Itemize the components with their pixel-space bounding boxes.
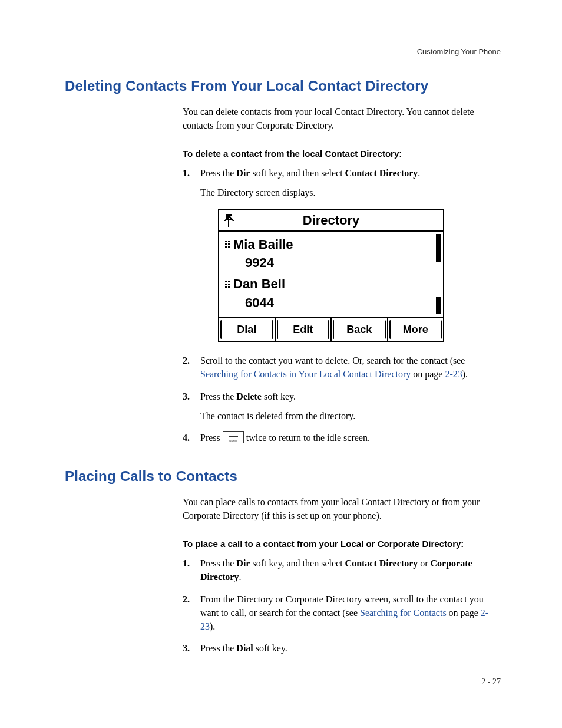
intro-paragraph: You can place calls to contacts from you… <box>183 495 501 522</box>
body-column-2: You can place calls to contacts from you… <box>183 495 501 655</box>
rule <box>65 61 501 61</box>
scroll-indicator <box>436 297 441 314</box>
phone-screen: Directory Mia Baille 9924 <box>218 209 444 342</box>
step-text: soft key, and then select <box>250 168 345 178</box>
procedure-heading: To delete a contact from the local Conta… <box>183 147 501 160</box>
step-3: Press the Delete soft key. The contact i… <box>183 390 501 423</box>
page-ref: 2-23 <box>445 369 462 379</box>
softkey-edit: Edit <box>276 318 332 341</box>
page-number: 2 - 27 <box>481 677 501 687</box>
step-substep: The Directory screen displays. <box>200 186 501 199</box>
step-text: Press the <box>200 558 236 568</box>
grip-icon <box>225 281 230 288</box>
contact-ext: 6044 <box>245 294 435 312</box>
step-3: Press the Dial soft key. <box>183 641 501 655</box>
step-text: Press <box>200 433 223 443</box>
steps-list: Press the Dir soft key, and then select … <box>183 166 501 444</box>
contact-ext: 9924 <box>245 253 435 272</box>
step-text: or <box>418 558 430 568</box>
screen-body: Mia Baille 9924 Dan Bell 6044 <box>219 232 443 318</box>
contact-row: Mia Baille 9924 <box>219 234 443 274</box>
page: Customizing Your Phone Deleting Contacts… <box>65 47 501 663</box>
step-text: twice to return to the idle screen. <box>244 433 370 443</box>
menu-name: Contact Directory <box>345 558 418 568</box>
softkey-name: Dir <box>236 168 250 178</box>
softkey-dial: Dial <box>219 318 276 341</box>
step-text: . <box>239 572 241 582</box>
step-text: ). <box>210 621 215 631</box>
softkey-name: Delete <box>236 391 262 401</box>
step-text: on page <box>411 369 445 379</box>
screen-title: Directory <box>236 211 443 230</box>
running-header: Customizing Your Phone <box>65 47 501 56</box>
softkey-row: Dial Edit Back More <box>219 317 443 341</box>
step-text: soft key. <box>253 643 287 653</box>
step-1: Press the Dir soft key, and then select … <box>183 166 501 342</box>
step-text: soft key. <box>262 391 296 401</box>
step-substep: The contact is deleted from the director… <box>200 409 501 423</box>
scroll-indicator <box>436 234 441 262</box>
body-column-1: You can delete contacts from your local … <box>183 105 501 444</box>
step-text: soft key, and then select <box>250 558 345 568</box>
grip-icon <box>225 241 230 248</box>
procedure-heading: To place a call to a contact from your L… <box>183 538 501 551</box>
step-text: on page <box>447 608 481 618</box>
step-2: Scroll to the contact you want to delete… <box>183 354 501 381</box>
xref-link[interactable]: Searching for Contacts <box>360 608 447 618</box>
step-text: Press the <box>200 168 236 178</box>
step-text: ). <box>462 369 468 379</box>
menu-name: Contact Directory <box>345 168 418 178</box>
softkey-more: More <box>388 318 444 341</box>
step-1: Press the Dir soft key, and then select … <box>183 556 501 584</box>
step-text: Press the <box>200 391 236 401</box>
contact-row: Dan Bell 6044 <box>219 274 443 314</box>
screen-titlebar: Directory <box>219 210 443 232</box>
softkey-name: Dial <box>236 643 253 653</box>
step-text: . <box>418 168 420 178</box>
heading-placing-calls: Placing Calls to Contacts <box>65 468 501 485</box>
mic-icon <box>223 213 236 228</box>
softkey-name: Dir <box>236 558 250 568</box>
contact-name: Mia Baille <box>233 235 293 254</box>
step-text: Press the <box>200 643 236 653</box>
intro-paragraph: You can delete contacts from your local … <box>183 105 501 132</box>
heading-deleting-contacts: Deleting Contacts From Your Local Contac… <box>65 78 501 94</box>
menu-key-icon <box>223 431 244 443</box>
xref-link[interactable]: Searching for Contacts in Your Local Con… <box>200 369 411 379</box>
step-text: Scroll to the contact you want to delete… <box>200 355 465 365</box>
steps-list: Press the Dir soft key, and then select … <box>183 556 501 655</box>
step-2: From the Directory or Corporate Director… <box>183 592 501 634</box>
step-4: Press twice to return to the idle screen… <box>183 431 501 444</box>
softkey-back: Back <box>332 318 388 341</box>
contact-name: Dan Bell <box>233 275 285 294</box>
